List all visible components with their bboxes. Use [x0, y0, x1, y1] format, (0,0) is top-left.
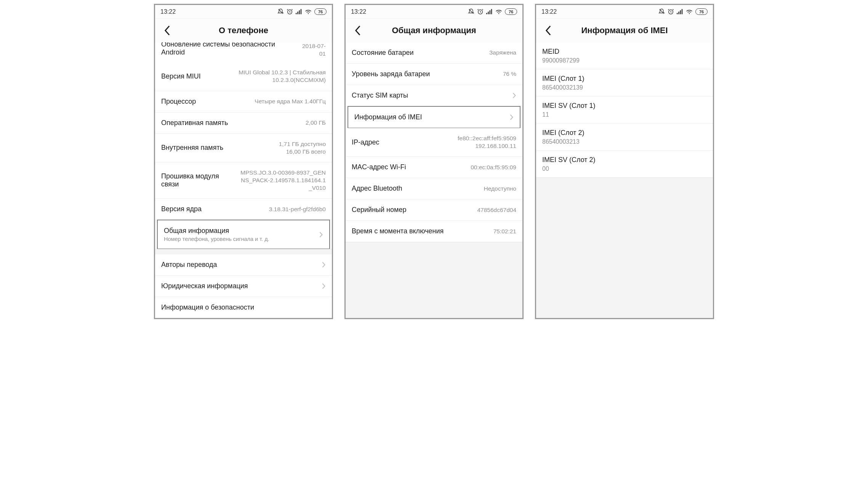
- svg-point-13: [498, 13, 499, 14]
- status-time: 13:22: [351, 8, 366, 15]
- row-legal-info[interactable]: Юридическая информация: [155, 276, 332, 297]
- row-value: 1,71 ГБ доступно 16,00 ГБ всего: [279, 140, 326, 156]
- row-imei-info[interactable]: Информация об IMEI: [348, 106, 520, 128]
- row-kernel[interactable]: Версия ядра 3.18.31-perf-gf2fd6b0: [155, 199, 332, 220]
- chevron-right-icon: [319, 232, 323, 238]
- row-baseband[interactable]: Прошивка модуля связи MPSS.JO.3.0-00369-…: [155, 162, 332, 199]
- row-label: Уровень заряда батареи: [352, 70, 430, 78]
- row-value: MIUI Global 10.2.3 | Стабильная 10.2.3.0…: [239, 69, 326, 84]
- row-label: Обновление системы безопасности Android: [161, 42, 292, 56]
- chevron-left-icon: [545, 26, 551, 35]
- wifi-icon: [495, 9, 502, 14]
- row-ip-address[interactable]: IP-адрес fe80::2ec:aff:fef5:9509 192.168…: [346, 128, 522, 157]
- row-safety-info[interactable]: Информация о безопасности: [155, 297, 332, 318]
- row-imeisv-slot1[interactable]: IMEI SV (Слот 1) 11: [536, 96, 713, 124]
- row-storage[interactable]: Внутренняя память 1,71 ГБ доступно 16,00…: [155, 134, 332, 162]
- svg-point-6: [308, 13, 309, 14]
- row-uptime[interactable]: Время с момента включения 75:02:21: [346, 221, 522, 242]
- empty-area: [346, 242, 522, 318]
- row-sublabel: Номер телефона, уровень сигнала и т. д.: [164, 236, 269, 242]
- svg-rect-19: [682, 9, 683, 14]
- row-security-update[interactable]: Обновление системы безопасности Android …: [155, 42, 332, 62]
- phone-screen-about: 13:22 76 О телефоне Обновление системы б…: [154, 4, 333, 319]
- row-label: IMEI SV (Слот 2): [542, 156, 707, 164]
- row-label: Адрес Bluetooth: [352, 185, 402, 193]
- signal-icon: [486, 9, 493, 14]
- row-mac-address[interactable]: MAC-адрес Wi-Fi 00:ec:0a:f5:95:09: [346, 157, 522, 178]
- settings-list: Обновление системы безопасности Android …: [155, 42, 332, 318]
- row-label: Оперативная память: [161, 119, 228, 127]
- row-label: Версия ядра: [161, 205, 202, 213]
- phone-screen-imei: 13:22 76 Информация об IMEI MEID 9900098…: [535, 4, 714, 319]
- svg-rect-9: [486, 13, 487, 14]
- wifi-icon: [305, 9, 312, 14]
- signal-icon: [677, 9, 683, 14]
- svg-rect-12: [491, 9, 492, 14]
- row-value: 00:ec:0a:f5:95:09: [471, 164, 516, 171]
- row-label: Внутренняя память: [161, 144, 223, 152]
- row-label: IMEI (Слот 2): [542, 129, 707, 137]
- row-label: MEID: [542, 48, 707, 56]
- row-label: IMEI SV (Слот 1): [542, 102, 707, 110]
- status-icons: 76: [277, 8, 327, 15]
- row-miui-version[interactable]: Версия MIUI MIUI Global 10.2.3 | Стабиль…: [155, 62, 332, 91]
- svg-rect-10: [488, 12, 489, 14]
- row-value: 99000987299: [542, 57, 707, 64]
- status-icons: 76: [468, 8, 517, 15]
- row-imeisv-slot2[interactable]: IMEI SV (Слот 2) 00: [536, 151, 713, 178]
- phone-screen-status: 13:22 76 Общая информация Состояние бата…: [344, 4, 524, 319]
- row-value: 86540003213: [542, 138, 707, 145]
- status-icons: 76: [658, 8, 708, 15]
- row-label: Процессор: [161, 98, 196, 106]
- row-label: Состояние батареи: [352, 49, 413, 57]
- row-meid[interactable]: MEID 99000987299: [536, 42, 713, 69]
- svg-rect-4: [299, 10, 300, 14]
- row-label: Юридическая информация: [161, 282, 248, 290]
- alarm-icon: [287, 8, 293, 15]
- svg-rect-11: [490, 10, 491, 14]
- chevron-right-icon: [322, 283, 326, 289]
- back-button[interactable]: [159, 22, 176, 39]
- page-title: Общая информация: [346, 26, 522, 35]
- row-imei-slot1[interactable]: IMEI (Слот 1) 865400032139: [536, 69, 713, 96]
- row-value: 76 %: [503, 70, 516, 78]
- status-time: 13:22: [160, 8, 176, 15]
- row-bluetooth-address[interactable]: Адрес Bluetooth Недоступно: [346, 178, 522, 199]
- row-value: 00: [542, 165, 707, 172]
- alarm-icon: [477, 8, 484, 15]
- status-bar: 13:22 76: [536, 5, 713, 19]
- svg-rect-5: [301, 9, 302, 14]
- wifi-icon: [686, 9, 693, 14]
- row-value: 865400032139: [542, 84, 707, 91]
- row-label: Общая информация: [164, 227, 269, 235]
- imei-list: MEID 99000987299 IMEI (Слот 1) 865400032…: [536, 42, 713, 318]
- row-label: Прошивка модуля связи: [161, 172, 233, 188]
- row-sim-status[interactable]: Статус SIM карты: [346, 85, 522, 106]
- row-value: 3.18.31-perf-gf2fd6b0: [269, 205, 326, 213]
- settings-list: Состояние батареи Заряжена Уровень заряд…: [346, 42, 522, 318]
- row-value: MPSS.JO.3.0-00369-8937_GENNS_PACK-2.1495…: [238, 169, 326, 192]
- row-cpu[interactable]: Процессор Четыре ядра Max 1.40ГГц: [155, 91, 332, 112]
- row-battery-level[interactable]: Уровень заряда батареи 76 %: [346, 64, 522, 85]
- svg-point-20: [689, 13, 690, 14]
- row-label: Авторы перевода: [161, 261, 217, 269]
- row-battery-status[interactable]: Состояние батареи Заряжена: [346, 42, 522, 64]
- back-button[interactable]: [349, 22, 366, 39]
- svg-rect-16: [677, 13, 678, 14]
- row-translators[interactable]: Авторы перевода: [155, 254, 332, 276]
- back-button[interactable]: [540, 22, 557, 39]
- battery-indicator: 76: [314, 8, 327, 15]
- chevron-right-icon: [322, 262, 326, 268]
- page-title: О телефоне: [155, 26, 332, 35]
- mute-icon: [277, 8, 284, 15]
- header: О телефоне: [155, 19, 332, 42]
- row-general-info[interactable]: Общая информация Номер телефона, уровень…: [157, 220, 330, 249]
- row-imei-slot2[interactable]: IMEI (Слот 2) 86540003213: [536, 124, 713, 151]
- row-serial-number[interactable]: Серийный номер 47856dc67d04: [346, 199, 522, 221]
- row-ram[interactable]: Оперативная память 2,00 ГБ: [155, 112, 332, 134]
- row-label: IP-адрес: [352, 138, 380, 146]
- svg-rect-2: [296, 13, 297, 14]
- page-title: Информация об IMEI: [536, 26, 713, 35]
- status-time: 13:22: [541, 8, 557, 15]
- row-label: Версия MIUI: [161, 72, 201, 80]
